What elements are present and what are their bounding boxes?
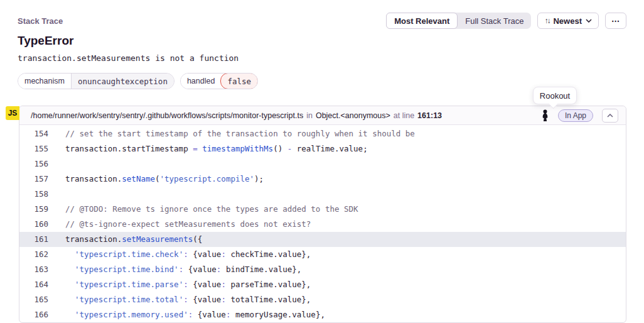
code-line: 162 'typescript.time.check': {value: che… — [19, 247, 626, 262]
frame-in-word: in — [306, 111, 313, 120]
code-line: 160// @ts-ignore-expect setMeasurements … — [19, 217, 626, 232]
code-line: 166 'typescript.memory.used': {value: me… — [19, 307, 626, 322]
code-text: // @TODO: Remove ts ignore once the type… — [48, 202, 358, 217]
code-line: 165 'typescript.time.total': {value: tot… — [19, 292, 626, 307]
frame-header[interactable]: /home/runner/work/sentry/sentry/.github/… — [19, 106, 626, 125]
code-line-highlighted: 161transaction.setMeasurements({ — [19, 232, 626, 247]
code-line: 159// @TODO: Remove ts ignore once the t… — [19, 202, 626, 217]
line-number: 157 — [19, 172, 48, 187]
code-text: 'typescript.time.total': {value: totalTi… — [48, 292, 311, 307]
tab-full-stack-trace[interactable]: Full Stack Trace — [458, 13, 531, 29]
line-number: 165 — [19, 292, 48, 307]
code-line: 155transaction.startTimestamp = timestam… — [19, 141, 626, 156]
code-text: 'typescript.time.check': {value: checkTi… — [48, 247, 311, 262]
sort-arrows-icon: ↑↓ — [544, 16, 549, 25]
code-text: transaction.setName('typescript.compile'… — [48, 172, 264, 187]
rookout-tooltip: Rookout — [533, 87, 577, 104]
stack-trace-toolbar: Most Relevant Full Stack Trace ↑↓ Newest… — [386, 13, 626, 29]
line-number: 163 — [19, 262, 48, 277]
code-line: 164 'typescript.time.parse': {value: par… — [19, 277, 626, 292]
rookout-icon[interactable] — [540, 109, 550, 122]
chevron-down-icon — [586, 19, 592, 23]
frame-at-line-word: at line — [394, 111, 414, 120]
tag-mechanism[interactable]: mechanism onuncaughtexception — [18, 73, 174, 89]
trace-view-segmented-control: Most Relevant Full Stack Trace — [386, 13, 531, 29]
code-text: // set the start timestamp of the transa… — [48, 126, 415, 141]
code-text: transaction.startTimestamp = timestampWi… — [48, 141, 368, 156]
line-number: 162 — [19, 247, 48, 262]
line-number: 166 — [19, 307, 48, 322]
code-text — [48, 156, 65, 172]
stack-frame: JS /home/runner/work/sentry/sentry/.gith… — [19, 106, 626, 323]
collapse-frame-button[interactable] — [602, 109, 618, 123]
tag-value-alert: false — [220, 73, 258, 89]
tag-handled[interactable]: handled false — [180, 73, 258, 89]
in-app-badge: In App — [558, 109, 593, 122]
line-number: 164 — [19, 277, 48, 292]
frame-function-name: Object.<anonymous> — [316, 111, 390, 120]
code-line: 156 — [19, 156, 626, 172]
line-number: 160 — [19, 217, 48, 232]
code-line: 154// set the start timestamp of the tra… — [19, 126, 626, 141]
code-text: 'typescript.time.parse': {value: parseTi… — [48, 277, 311, 292]
line-number: 154 — [19, 126, 48, 141]
ellipsis-icon: ⋯ — [611, 16, 620, 26]
code-text: transaction.setMeasurements({ — [48, 232, 202, 247]
code-text: // @ts-ignore-expect setMeasurements doe… — [48, 217, 311, 232]
error-message: transaction.setMeasurements is not a fun… — [18, 53, 626, 63]
frame-file-path: /home/runner/work/sentry/sentry/.github/… — [31, 111, 303, 120]
more-options-button[interactable]: ⋯ — [605, 13, 626, 29]
sort-label: Newest — [553, 16, 582, 26]
source-code-context[interactable]: 154// set the start timestamp of the tra… — [19, 125, 626, 322]
code-line: 163 'typescript.time.bind': {value: bind… — [19, 262, 626, 277]
code-line: 158 — [19, 187, 626, 202]
sort-newest-dropdown[interactable]: ↑↓ Newest — [537, 13, 599, 29]
tab-most-relevant[interactable]: Most Relevant — [386, 13, 458, 29]
line-number: 158 — [19, 187, 48, 202]
line-number: 156 — [19, 156, 48, 172]
code-text: 'typescript.memory.used': {value: memory… — [48, 307, 325, 322]
javascript-platform-icon: JS — [6, 106, 19, 120]
code-text — [48, 187, 65, 202]
line-number: 161 — [19, 232, 48, 247]
stack-trace-page: Stack Trace TypeError transaction.setMea… — [0, 0, 644, 323]
code-text: 'typescript.time.bind': {value: bindTime… — [48, 262, 301, 277]
tag-key: mechanism — [18, 74, 71, 89]
code-line: 157transaction.setName('typescript.compi… — [19, 172, 626, 187]
error-type-title: TypeError — [18, 34, 626, 48]
tag-value: onuncaughtexception — [71, 74, 174, 89]
frame-line-number: 161:13 — [417, 111, 442, 120]
chevron-up-icon — [607, 114, 613, 118]
line-number: 155 — [19, 141, 48, 156]
tag-key: handled — [181, 74, 222, 89]
line-number: 159 — [19, 202, 48, 217]
